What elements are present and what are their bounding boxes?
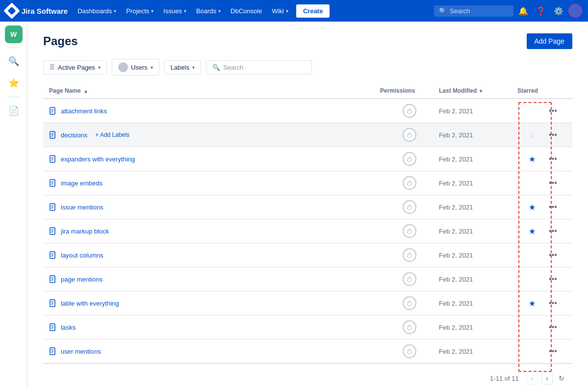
actions-cell: ••• (547, 177, 566, 189)
app-logo[interactable]: Jira Software (6, 5, 68, 17)
users-filter[interactable]: Users ▾ (112, 59, 159, 76)
active-pages-label: Active Pages (58, 64, 95, 71)
page-link[interactable]: page mentions (61, 276, 102, 283)
pagination-prev[interactable]: ‹ (527, 372, 538, 385)
page-doc-icon (49, 203, 57, 211)
more-options-button[interactable]: ••• (547, 104, 559, 117)
more-options-button[interactable]: ••• (547, 177, 559, 189)
actions-cell: ••• (547, 225, 566, 237)
labels-filter[interactable]: Labels ▾ (164, 60, 201, 75)
table-row: jira markup block Feb 2, 2021★••• (43, 219, 572, 243)
pagination-next[interactable]: › (541, 372, 553, 385)
dashboards-menu[interactable]: Dashboards ▾ (74, 4, 120, 18)
page-doc-icon (49, 275, 57, 283)
pagination: 1-11 of 11 ‹ › ↻ (43, 363, 572, 389)
permissions-cell (380, 296, 439, 310)
more-options-button[interactable]: ••• (547, 273, 559, 285)
permission-icon (403, 128, 416, 142)
main-content: Pages Add Page ☰ Active Pages ▾ Users ▾ … (27, 22, 588, 389)
last-mod-sort-icon: ▾ (480, 88, 482, 94)
more-options-button[interactable]: ••• (547, 249, 559, 261)
page-name-cell: image embeds (49, 179, 380, 187)
page-link[interactable]: attachment links (61, 107, 107, 115)
page-link[interactable]: tasks (61, 324, 76, 331)
wiki-project-icon[interactable]: W (5, 26, 23, 43)
more-options-button[interactable]: ••• (547, 129, 559, 141)
more-options-button[interactable]: ••• (547, 201, 559, 213)
more-options-button[interactable]: ••• (547, 297, 559, 310)
labels-label: Labels (171, 64, 189, 71)
user-avatar[interactable]: 👤 (568, 4, 582, 18)
wiki-menu[interactable]: Wiki ▾ (268, 4, 292, 18)
more-options-button[interactable]: ••• (547, 321, 559, 334)
boards-chevron-icon: ▾ (218, 8, 221, 14)
settings-button[interactable]: ⚙️ (551, 3, 566, 19)
table-row: decisions+ Add Labels Feb 2, 2021☆••• (43, 123, 572, 147)
global-search[interactable]: 🔍 (434, 5, 513, 17)
actions-cell: ••• (547, 129, 566, 141)
more-options-button[interactable]: ••• (547, 345, 559, 358)
sidebar-item-search[interactable]: 🔍 (4, 52, 24, 71)
permissions-cell (380, 224, 439, 238)
last-modified-cell: Feb 2, 2021 (439, 228, 517, 235)
gear-icon: ⚙️ (554, 6, 563, 16)
star-button[interactable]: ★ (527, 297, 537, 310)
projects-menu[interactable]: Projects ▾ (122, 4, 157, 18)
help-icon: ❓ (536, 6, 546, 16)
actions-cell: ••• (547, 321, 566, 334)
issues-menu[interactable]: Issues ▾ (159, 4, 190, 18)
page-link[interactable]: layout columns (61, 252, 103, 259)
page-link[interactable]: issue mentions (61, 204, 103, 211)
search-icon: 🔍 (8, 56, 19, 67)
add-labels-button[interactable]: + Add Labels (95, 131, 129, 138)
table-row: layout columns Feb 2, 2021••• (43, 243, 572, 267)
star-button[interactable]: ★ (527, 201, 537, 214)
starred-cell: ★ (517, 201, 547, 214)
active-pages-filter[interactable]: ☰ Active Pages ▾ (43, 60, 107, 75)
more-options-button[interactable]: ••• (547, 225, 559, 237)
dbconsole-link[interactable]: DbConsole (227, 4, 266, 18)
table-search[interactable]: 🔍 (206, 60, 312, 75)
permissions-cell (380, 176, 439, 190)
col-actions (547, 87, 566, 94)
permission-icon (403, 248, 416, 262)
search-input[interactable] (450, 7, 509, 15)
page-link[interactable]: image embeds (61, 180, 102, 187)
boards-menu[interactable]: Boards ▾ (192, 4, 225, 18)
table-row: tasks Feb 2, 2021••• (43, 315, 572, 339)
permission-icon (403, 104, 416, 118)
refresh-button[interactable]: ↻ (557, 372, 566, 384)
page-link[interactable]: user mentions (61, 348, 101, 355)
table-search-input[interactable] (223, 64, 306, 71)
permissions-cell (380, 248, 439, 262)
pagination-info: 1-11 of 11 (490, 375, 519, 382)
sidebar-item-starred[interactable]: ⭐ (4, 73, 24, 93)
star-button[interactable]: ☆ (527, 129, 537, 142)
help-button[interactable]: ❓ (533, 3, 549, 19)
actions-cell: ••• (547, 249, 566, 261)
page-name-cell: tasks (49, 323, 380, 331)
create-button[interactable]: Create (296, 4, 330, 18)
permissions-cell (380, 104, 439, 118)
star-icon: ⭐ (8, 78, 19, 88)
app-name: Jira Software (22, 7, 68, 15)
page-link[interactable]: decisions (61, 131, 87, 139)
more-options-button[interactable]: ••• (547, 153, 559, 165)
star-button[interactable]: ★ (527, 153, 537, 166)
actions-cell: ••• (547, 201, 566, 213)
page-doc-icon (49, 299, 57, 307)
notifications-button[interactable]: 🔔 (515, 3, 531, 19)
last-modified-cell: Feb 2, 2021 (439, 180, 517, 187)
table-row: table with everything Feb 2, 2021★••• (43, 291, 572, 315)
page-link[interactable]: expanders with everything (61, 156, 135, 163)
page-link[interactable]: table with everything (61, 300, 119, 307)
page-link[interactable]: jira markup block (61, 228, 109, 235)
permissions-cell (380, 200, 439, 214)
svg-rect-34 (408, 255, 411, 258)
svg-rect-9 (408, 134, 411, 137)
svg-rect-54 (408, 351, 411, 354)
projects-chevron-icon: ▾ (151, 8, 153, 14)
star-button[interactable]: ★ (527, 225, 537, 238)
add-page-button[interactable]: Add Page (527, 33, 573, 49)
sidebar-item-pages[interactable]: 📄 (4, 101, 24, 121)
